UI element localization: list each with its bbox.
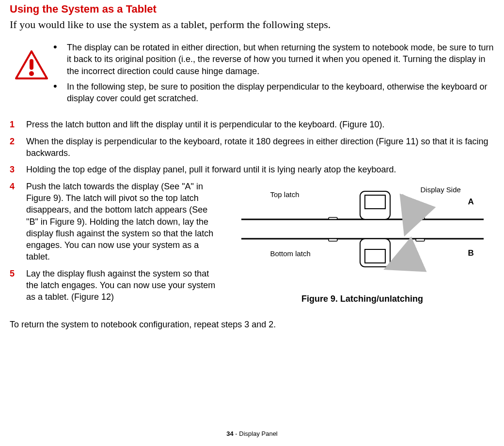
figure-9: Top latch Display Side A Bottom latch B … (230, 181, 494, 304)
warning-item: • The display can be rotated in either d… (53, 42, 494, 77)
return-note: To return the system to notebook configu… (10, 320, 494, 330)
label-bottom-latch: Bottom latch (270, 249, 311, 258)
svg-rect-4 (329, 217, 337, 219)
manual-page: Using the System as a Tablet If you woul… (0, 0, 504, 446)
label-top-latch: Top latch (270, 190, 299, 199)
bullet: • (53, 42, 67, 77)
svg-point-2 (29, 71, 34, 76)
warning-item: • In the following step, be sure to posi… (53, 81, 494, 105)
footer-separator: - (234, 430, 239, 437)
step-5: 5 Lay the display flush against the syst… (10, 268, 220, 303)
warning-text: In the following step, be sure to positi… (67, 81, 494, 105)
step-number: 4 (10, 181, 26, 263)
warning-text: The display can be rotated in either dir… (67, 42, 494, 77)
svg-rect-12 (365, 249, 385, 263)
svg-rect-10 (416, 239, 425, 241)
svg-rect-7 (365, 195, 385, 209)
warning-icon (10, 42, 53, 79)
page-footer: 34 - Display Panel (0, 430, 504, 437)
step-1: 1 Press the latch button and lift the di… (10, 119, 494, 130)
step-number: 3 (10, 164, 26, 175)
step-text: When the display is perpendicular to the… (26, 136, 494, 159)
step-text: Lay the display flush against the system… (26, 268, 220, 303)
page-title: Using the System as a Tablet (10, 0, 494, 15)
step-text: Press the latch button and lift the disp… (26, 119, 494, 130)
bullet: • (53, 81, 67, 105)
label-display-side: Display Side (421, 185, 461, 194)
page-number: 34 (226, 430, 233, 437)
step-number: 5 (10, 268, 26, 303)
svg-rect-9 (329, 239, 337, 241)
steps-continued: 4 Push the latch towards the display (Se… (10, 181, 230, 308)
step-number: 1 (10, 119, 26, 130)
warning-block: • The display can be rotated in either d… (10, 42, 494, 108)
svg-rect-5 (416, 217, 425, 219)
intro-text: If you would like to use the system as a… (10, 18, 494, 31)
step-4: 4 Push the latch towards the display (Se… (10, 181, 220, 263)
split-row: 4 Push the latch towards the display (Se… (10, 181, 494, 308)
step-2: 2 When the display is perpendicular to t… (10, 136, 494, 159)
step-3: 3 Holding the top edge of the display pa… (10, 164, 494, 175)
svg-rect-1 (30, 59, 33, 70)
steps-list: 1 Press the latch button and lift the di… (10, 119, 494, 175)
step-text: Holding the top edge of the display pane… (26, 164, 494, 175)
warning-list: • The display can be rotated in either d… (53, 42, 494, 108)
footer-section: Display Panel (239, 430, 278, 437)
label-B: B (468, 248, 474, 258)
step-text: Push the latch towards the display (See … (26, 181, 220, 263)
label-A: A (468, 197, 474, 207)
figure-caption: Figure 9. Latching/unlatching (301, 294, 423, 304)
step-number: 2 (10, 136, 26, 159)
